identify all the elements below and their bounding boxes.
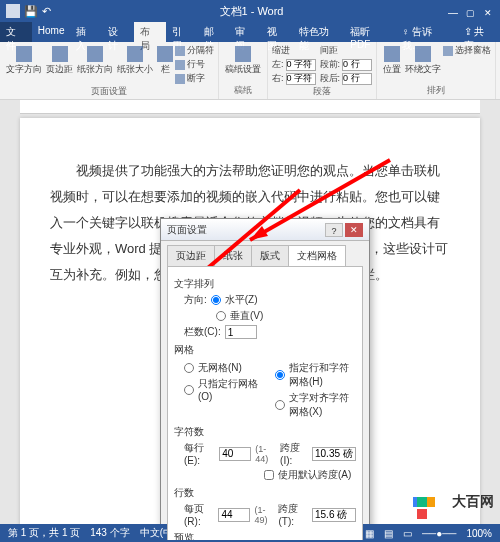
tab-special[interactable]: 特色功能 — [293, 22, 345, 42]
orientation-button[interactable]: 纸张方向 — [75, 44, 115, 85]
qa-undo-icon[interactable]: ↶ — [42, 5, 51, 18]
spacing-after-label: 段后: — [320, 72, 341, 85]
tab-review[interactable]: 审阅 — [229, 22, 261, 42]
per-line-hint: (1-44) — [255, 444, 276, 464]
selection-pane-button[interactable]: 选择窗格 — [443, 44, 491, 57]
section-grid: 网格 — [174, 343, 356, 357]
document-title: 文档1 - Word — [55, 4, 448, 19]
view-web-icon[interactable]: ▭ — [403, 528, 412, 539]
zoom-value[interactable]: 100% — [466, 528, 492, 539]
section-text-arrange: 文字排列 — [174, 277, 356, 291]
wrap-text-button[interactable]: 环绕文字 — [403, 44, 443, 78]
tab-mailings[interactable]: 邮件 — [198, 22, 230, 42]
columns-label: 栏数(C): — [184, 325, 221, 339]
tab-insert[interactable]: 插入 — [70, 22, 102, 42]
indent-left-label: 左: — [272, 58, 284, 71]
group-label-arrange: 排列 — [381, 84, 491, 97]
section-char-count: 字符数 — [174, 425, 356, 439]
spacing-heading: 间距 — [320, 44, 373, 57]
spacing-after-input[interactable] — [342, 73, 372, 85]
char-align-grid-radio[interactable] — [275, 400, 285, 410]
ribbon-layout: 文字方向 页边距 纸张方向 纸张大小 栏 分隔符 行号 断字 页面设置 稿纸设置… — [0, 42, 500, 100]
per-line-label: 每行(E): — [184, 441, 215, 466]
tab-foxit-pdf[interactable]: 福昕PDF — [344, 22, 396, 42]
group-label-paragraph: 段落 — [272, 85, 372, 98]
indent-heading: 缩进 — [272, 44, 316, 57]
view-print-icon[interactable]: ▤ — [384, 528, 393, 539]
breaks-button[interactable]: 分隔符 — [175, 44, 214, 57]
page-setup-dialog: 页面设置 ? ✕ 页边距 纸张 版式 文档网格 文字排列 方向: 水平(Z) 垂… — [160, 218, 370, 540]
app-icon — [6, 4, 20, 18]
columns-button[interactable]: 栏 — [155, 44, 175, 85]
dialog-tab-document-grid[interactable]: 文档网格 — [288, 245, 346, 266]
per-page-input[interactable] — [218, 508, 250, 522]
dialog-titlebar[interactable]: 页面设置 ? ✕ — [161, 219, 369, 241]
window-maximize-icon[interactable] — [466, 6, 476, 16]
per-page-label: 每页(R): — [184, 502, 214, 527]
share-button[interactable]: ⇪ 共享 — [458, 22, 500, 42]
indent-right-label: 右: — [272, 72, 284, 85]
group-label-paper: 稿纸 — [223, 84, 263, 97]
zoom-slider[interactable]: ──●── — [422, 528, 456, 539]
view-read-icon[interactable]: ▦ — [365, 528, 374, 539]
line-char-grid-radio[interactable] — [275, 370, 285, 380]
pitch-v-input[interactable] — [312, 508, 356, 522]
hyphenation-button[interactable]: 断字 — [175, 72, 214, 85]
section-line-count: 行数 — [174, 486, 356, 500]
direction-horizontal-radio[interactable] — [211, 295, 221, 305]
dialog-title: 页面设置 — [167, 223, 323, 237]
pitch-v-label: 跨度(T): — [278, 502, 308, 527]
no-grid-radio[interactable] — [184, 363, 194, 373]
ribbon-tabs: 文件 Home 插入 设计 布局 引用 邮件 审阅 视图 特色功能 福昕PDF … — [0, 22, 500, 42]
position-button[interactable]: 位置 — [381, 44, 403, 78]
document-workspace: 视频提供了功能强大的方法帮助您证明您的观点。当您单击联机视频时，可以在想要添加的… — [0, 100, 500, 540]
tab-design[interactable]: 设计 — [102, 22, 134, 42]
per-line-input[interactable] — [219, 447, 251, 461]
tell-me-search[interactable]: ♀ 告诉我… — [396, 22, 458, 42]
watermark-brand: 大百网 — [412, 484, 494, 520]
spacing-before-input[interactable] — [342, 59, 372, 71]
window-close-icon[interactable] — [484, 6, 494, 16]
horizontal-ruler[interactable] — [20, 100, 480, 114]
pitch-h-label: 跨度(I): — [280, 441, 308, 466]
pitch-h-input[interactable] — [312, 447, 356, 461]
window-minimize-icon[interactable] — [448, 6, 458, 16]
status-word-count[interactable]: 143 个字 — [90, 526, 129, 540]
tab-references[interactable]: 引用 — [166, 22, 198, 42]
direction-label: 方向: — [184, 293, 207, 307]
dialog-tabs: 页边距 纸张 版式 文档网格 — [161, 241, 369, 266]
group-label-page-setup: 页面设置 — [4, 85, 214, 98]
tab-view[interactable]: 视图 — [261, 22, 293, 42]
indent-right-input[interactable] — [286, 73, 316, 85]
indent-left-input[interactable] — [286, 59, 316, 71]
spacing-before-label: 段前: — [320, 58, 341, 71]
paper-settings-button[interactable]: 稿纸设置 — [223, 44, 263, 78]
dialog-close-icon[interactable]: ✕ — [345, 223, 363, 237]
dialog-tab-paper[interactable]: 纸张 — [214, 245, 252, 266]
dialog-tab-layout[interactable]: 版式 — [251, 245, 289, 266]
direction-vertical-radio[interactable] — [216, 311, 226, 321]
window-titlebar: 💾 ↶ 文档1 - Word — [0, 0, 500, 22]
default-pitch-checkbox[interactable] — [264, 470, 274, 480]
tab-home[interactable]: Home — [32, 22, 71, 42]
columns-input[interactable] — [225, 325, 257, 339]
tab-layout[interactable]: 布局 — [134, 22, 166, 42]
dialog-tab-margins[interactable]: 页边距 — [167, 245, 215, 266]
dialog-help-icon[interactable]: ? — [325, 223, 343, 237]
status-page[interactable]: 第 1 页，共 1 页 — [8, 526, 80, 540]
per-page-hint: (1-49) — [254, 505, 274, 525]
size-button[interactable]: 纸张大小 — [115, 44, 155, 85]
margins-button[interactable]: 页边距 — [44, 44, 75, 85]
line-numbers-button[interactable]: 行号 — [175, 58, 214, 71]
section-preview: 预览 — [174, 531, 356, 540]
line-grid-radio[interactable] — [184, 385, 194, 395]
tab-file[interactable]: 文件 — [0, 22, 32, 42]
qa-save-icon[interactable]: 💾 — [24, 5, 38, 18]
text-direction-button[interactable]: 文字方向 — [4, 44, 44, 85]
